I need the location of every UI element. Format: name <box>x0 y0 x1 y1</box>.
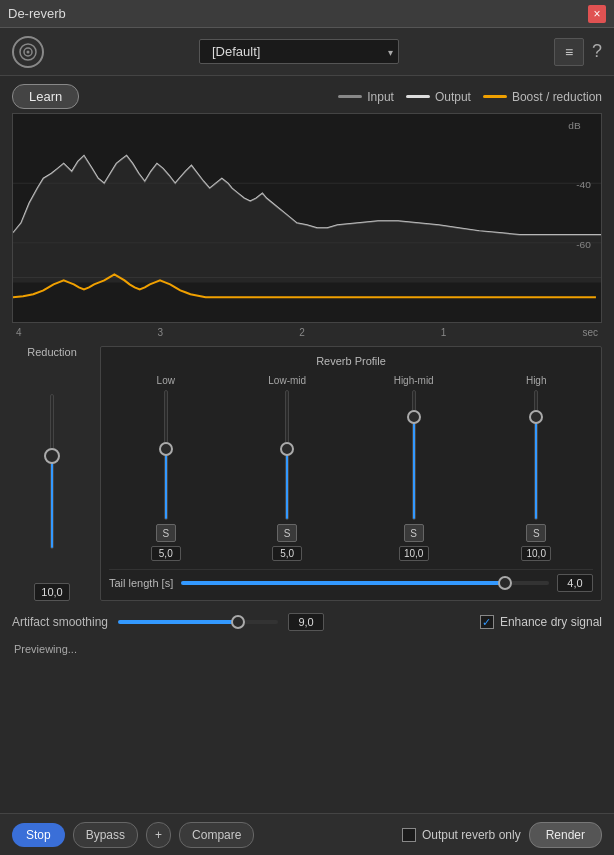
render-button[interactable]: Render <box>529 822 602 848</box>
status-bar: Previewing... <box>12 643 602 655</box>
time-label-4: 4 <box>16 327 22 338</box>
band-sliders: Low S 5,0 Low-mid <box>109 375 593 561</box>
band-lowmid-label: Low-mid <box>268 375 306 386</box>
reduction-column: Reduction 10,0 <box>12 346 92 601</box>
output-reverb-label: Output reverb only <box>422 828 521 842</box>
main-content: Learn Input Output Boost / reduction <box>0 76 614 663</box>
band-lowmid-thumb[interactable] <box>280 442 294 456</box>
band-high-solo-button[interactable]: S <box>526 524 546 542</box>
bypass-button[interactable]: Bypass <box>73 822 138 848</box>
band-high: High S 10,0 <box>521 375 551 561</box>
reduction-slider-thumb[interactable] <box>44 448 60 464</box>
tail-length-row: Tail length [s] 4,0 <box>109 569 593 592</box>
legend-input-line <box>338 95 362 98</box>
tail-length-fill <box>181 581 505 585</box>
legend-output-label: Output <box>435 90 471 104</box>
enhance-dry-checkbox[interactable] <box>480 615 494 629</box>
legend: Input Output Boost / reduction <box>338 90 602 104</box>
artifact-smoothing-slider[interactable] <box>118 614 278 630</box>
band-lowmid: Low-mid S 5,0 <box>268 375 306 561</box>
reverb-profile-label: Reverb Profile <box>109 355 593 367</box>
learn-legend-row: Learn Input Output Boost / reduction <box>12 84 602 109</box>
waveform-display: dB -40 -60 <box>12 113 602 323</box>
band-highmid-label: High-mid <box>394 375 434 386</box>
band-high-slider-area <box>521 390 551 520</box>
time-label-3: 3 <box>158 327 164 338</box>
close-button[interactable]: × <box>588 5 606 23</box>
preset-select[interactable]: [Default] <box>199 39 399 64</box>
add-button[interactable]: + <box>146 822 171 848</box>
artifact-smoothing-fill <box>118 620 238 624</box>
time-axis: 4 3 2 1 sec <box>12 327 602 342</box>
band-high-label: High <box>526 375 547 386</box>
time-label-sec: sec <box>582 327 598 338</box>
band-highmid-slider-area <box>399 390 429 520</box>
svg-text:-60: -60 <box>576 239 591 250</box>
legend-output: Output <box>406 90 471 104</box>
artifact-smoothing-label: Artifact smoothing <box>12 615 108 629</box>
enhance-dry-wrapper: Enhance dry signal <box>480 615 602 629</box>
legend-boost: Boost / reduction <box>483 90 602 104</box>
band-low-value[interactable]: 5,0 <box>151 546 181 561</box>
band-low-label: Low <box>157 375 175 386</box>
stop-button[interactable]: Stop <box>12 823 65 847</box>
output-reverb-checkbox[interactable] <box>402 828 416 842</box>
svg-point-2 <box>27 50 30 53</box>
band-high-value[interactable]: 10,0 <box>521 546 551 561</box>
reduction-label: Reduction <box>27 346 77 358</box>
band-lowmid-solo-button[interactable]: S <box>277 524 297 542</box>
svg-text:dB: dB <box>568 120 581 131</box>
time-label-1: 1 <box>441 327 447 338</box>
band-lowmid-value[interactable]: 5,0 <box>272 546 302 561</box>
learn-button[interactable]: Learn <box>12 84 79 109</box>
band-highmid-value[interactable]: 10,0 <box>399 546 429 561</box>
tail-length-thumb[interactable] <box>498 576 512 590</box>
legend-input: Input <box>338 90 394 104</box>
band-highmid: High-mid S 10,0 <box>394 375 434 561</box>
legend-boost-line <box>483 95 507 98</box>
band-low-slider-area <box>151 390 181 520</box>
band-highmid-thumb[interactable] <box>407 410 421 424</box>
band-low-solo-button[interactable]: S <box>156 524 176 542</box>
menu-button[interactable]: ≡ <box>554 38 584 66</box>
legend-boost-label: Boost / reduction <box>512 90 602 104</box>
band-high-thumb[interactable] <box>529 410 543 424</box>
status-text: Previewing... <box>14 643 77 655</box>
time-label-2: 2 <box>299 327 305 338</box>
svg-text:-40: -40 <box>576 179 591 190</box>
band-highmid-solo-button[interactable]: S <box>404 524 424 542</box>
tail-length-slider[interactable] <box>181 575 549 591</box>
band-low-thumb[interactable] <box>159 442 173 456</box>
output-reverb-wrapper: Output reverb only <box>402 828 521 842</box>
legend-output-line <box>406 95 430 98</box>
legend-input-label: Input <box>367 90 394 104</box>
artifact-smoothing-row: Artifact smoothing 9,0 Enhance dry signa… <box>12 613 602 631</box>
waveform-svg: dB -40 -60 <box>13 114 601 322</box>
reverb-profile-panel: Reverb Profile Low S 5,0 Low <box>100 346 602 601</box>
bottom-bar: Stop Bypass + Compare Output reverb only… <box>0 813 614 855</box>
band-low: Low S 5,0 <box>151 375 181 561</box>
title-bar: De-reverb × <box>0 0 614 28</box>
help-icon[interactable]: ? <box>592 41 602 62</box>
logo-icon <box>12 36 44 68</box>
tail-length-value[interactable]: 4,0 <box>557 574 593 592</box>
artifact-smoothing-thumb[interactable] <box>231 615 245 629</box>
band-lowmid-slider-area <box>272 390 302 520</box>
window-title: De-reverb <box>8 6 66 21</box>
reduction-value[interactable]: 10,0 <box>34 583 70 601</box>
tail-length-label: Tail length [s] <box>109 577 173 589</box>
controls-section: Reduction 10,0 Reverb Profile Low <box>12 346 602 601</box>
compare-button[interactable]: Compare <box>179 822 254 848</box>
artifact-smoothing-value[interactable]: 9,0 <box>288 613 324 631</box>
toolbar: [Default] ▾ ≡ ? <box>0 28 614 76</box>
enhance-dry-label: Enhance dry signal <box>500 615 602 629</box>
